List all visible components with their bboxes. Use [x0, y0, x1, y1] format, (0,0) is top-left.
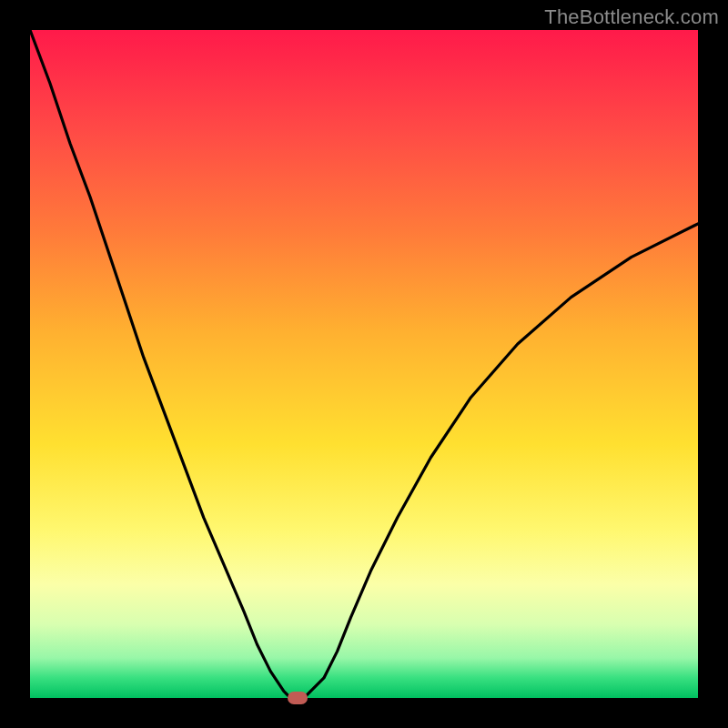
watermark-text: TheBottleneck.com [544, 5, 719, 29]
chart-plot-area [30, 30, 698, 698]
bottleneck-curve-path [30, 30, 698, 698]
chart-curve-svg [30, 30, 698, 698]
chart-marker [288, 692, 308, 704]
chart-frame: TheBottleneck.com [0, 0, 728, 728]
